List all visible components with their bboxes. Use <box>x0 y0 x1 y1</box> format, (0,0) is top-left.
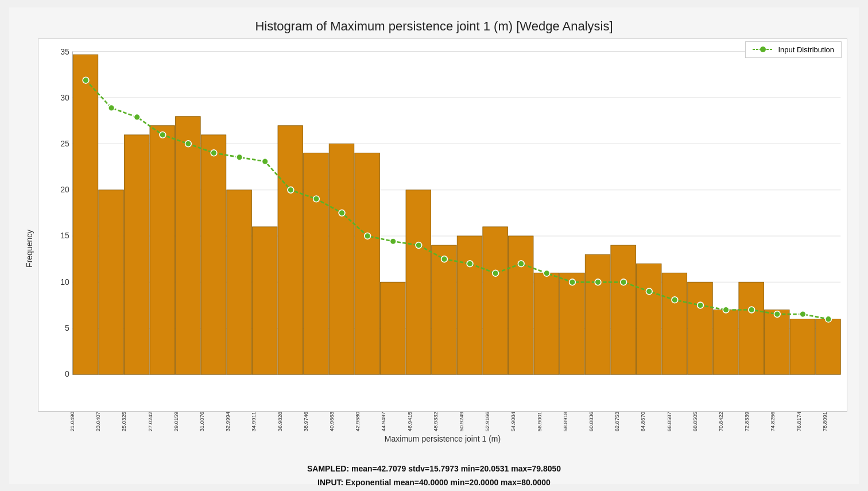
svg-rect-44 <box>688 282 713 374</box>
y-axis-label: Frequency <box>21 38 38 458</box>
svg-point-52 <box>134 114 140 120</box>
svg-point-64 <box>441 256 448 262</box>
svg-rect-47 <box>765 310 790 374</box>
x-label-2: 25.0325 <box>121 412 146 431</box>
svg-rect-40 <box>585 254 610 374</box>
x-label-19: 58.8918 <box>562 412 588 431</box>
svg-text:20: 20 <box>60 185 69 194</box>
svg-rect-29 <box>304 153 329 374</box>
svg-rect-37 <box>508 235 533 374</box>
svg-text:25: 25 <box>60 139 69 148</box>
svg-rect-41 <box>611 245 636 374</box>
x-label-25: 70.8422 <box>718 412 743 431</box>
svg-rect-38 <box>534 273 559 374</box>
x-label-24: 68.8505 <box>692 412 718 431</box>
svg-rect-35 <box>457 235 482 374</box>
svg-rect-42 <box>636 264 661 374</box>
chart-title: Histogram of Maximum persistence joint 1… <box>255 19 613 34</box>
x-label-13: 46.9415 <box>406 412 432 431</box>
svg-point-67 <box>518 260 524 266</box>
svg-point-53 <box>160 132 166 138</box>
svg-rect-27 <box>252 226 277 374</box>
stats-sampled: SAMPLED: mean=42.7079 stdv=15.7973 min=2… <box>307 462 561 476</box>
svg-rect-21 <box>99 190 124 374</box>
legend-line-icon <box>753 45 773 53</box>
x-label-1: 23.0407 <box>95 412 121 431</box>
svg-rect-24 <box>176 116 201 374</box>
svg-rect-36 <box>483 226 508 374</box>
svg-point-72 <box>646 288 652 294</box>
svg-point-50 <box>83 77 89 83</box>
svg-point-70 <box>595 279 601 285</box>
svg-point-63 <box>416 242 422 248</box>
svg-point-79 <box>826 316 832 322</box>
x-label-7: 34.9911 <box>250 412 276 431</box>
x-axis-title: Maximum persistence joint 1 (m) <box>38 434 847 443</box>
svg-point-60 <box>339 210 345 216</box>
x-label-28: 76.8174 <box>796 412 822 431</box>
svg-point-57 <box>262 158 268 164</box>
svg-point-76 <box>749 307 755 313</box>
svg-point-56 <box>237 154 243 160</box>
x-label-23: 66.8587 <box>666 412 692 431</box>
svg-rect-26 <box>227 190 252 374</box>
svg-point-55 <box>211 149 217 156</box>
svg-rect-33 <box>406 190 431 374</box>
plot-box: 0 5 10 15 20 25 30 35 <box>38 38 847 412</box>
x-label-12: 44.9497 <box>380 412 406 431</box>
stats-input: INPUT: Exponential mean=40.0000 min=20.0… <box>307 476 561 490</box>
svg-rect-48 <box>790 319 815 374</box>
svg-text:5: 5 <box>65 323 69 333</box>
svg-point-58 <box>288 187 294 193</box>
svg-rect-46 <box>739 282 764 374</box>
svg-point-62 <box>390 238 396 244</box>
svg-point-68 <box>544 270 550 276</box>
svg-rect-23 <box>150 125 175 374</box>
svg-point-74 <box>698 302 704 308</box>
x-label-11: 42.9580 <box>354 412 380 431</box>
x-label-9: 38.9746 <box>303 412 328 431</box>
svg-point-54 <box>185 140 192 146</box>
legend-label: Input Distribution <box>778 45 834 54</box>
chart-container: Histogram of Maximum persistence joint 1… <box>9 7 859 484</box>
svg-text:10: 10 <box>60 277 69 287</box>
x-label-8: 36.9828 <box>277 412 303 431</box>
svg-point-78 <box>800 311 806 317</box>
x-label-4: 29.0159 <box>173 412 199 431</box>
svg-point-51 <box>108 105 115 111</box>
x-label-17: 54.9084 <box>510 412 536 431</box>
legend: Input Distribution <box>745 41 842 58</box>
svg-point-1 <box>760 47 766 52</box>
svg-rect-43 <box>662 273 687 374</box>
svg-text:35: 35 <box>60 47 69 56</box>
svg-rect-30 <box>329 144 354 374</box>
x-label-20: 60.8836 <box>588 412 614 431</box>
x-label-21: 62.8753 <box>614 412 640 431</box>
svg-rect-49 <box>816 319 841 374</box>
x-label-27: 74.8256 <box>769 412 795 431</box>
svg-rect-45 <box>713 310 738 374</box>
svg-rect-34 <box>432 245 457 374</box>
svg-point-71 <box>621 279 627 285</box>
x-label-18: 56.9001 <box>536 412 562 431</box>
x-label-0: 21.0490 <box>69 412 95 431</box>
histogram-svg: 0 5 10 15 20 25 30 35 <box>38 39 847 412</box>
svg-rect-28 <box>278 125 303 374</box>
svg-rect-31 <box>355 153 380 374</box>
svg-text:0: 0 <box>65 369 69 378</box>
chart-body: Frequency Input Distribution <box>21 38 847 458</box>
x-label-6: 32.9994 <box>224 412 250 431</box>
x-label-22: 64.8670 <box>640 412 665 431</box>
svg-rect-25 <box>201 134 226 374</box>
svg-rect-22 <box>124 134 149 374</box>
x-label-5: 31.0076 <box>199 412 224 431</box>
svg-point-77 <box>774 311 780 317</box>
svg-point-59 <box>313 195 320 202</box>
x-label-10: 40.9663 <box>328 412 354 431</box>
svg-point-61 <box>365 233 371 239</box>
svg-rect-20 <box>73 55 98 374</box>
stats-container: SAMPLED: mean=42.7079 stdv=15.7973 min=2… <box>307 462 561 491</box>
svg-text:15: 15 <box>60 231 69 240</box>
svg-point-73 <box>672 296 678 303</box>
svg-rect-32 <box>380 282 405 374</box>
